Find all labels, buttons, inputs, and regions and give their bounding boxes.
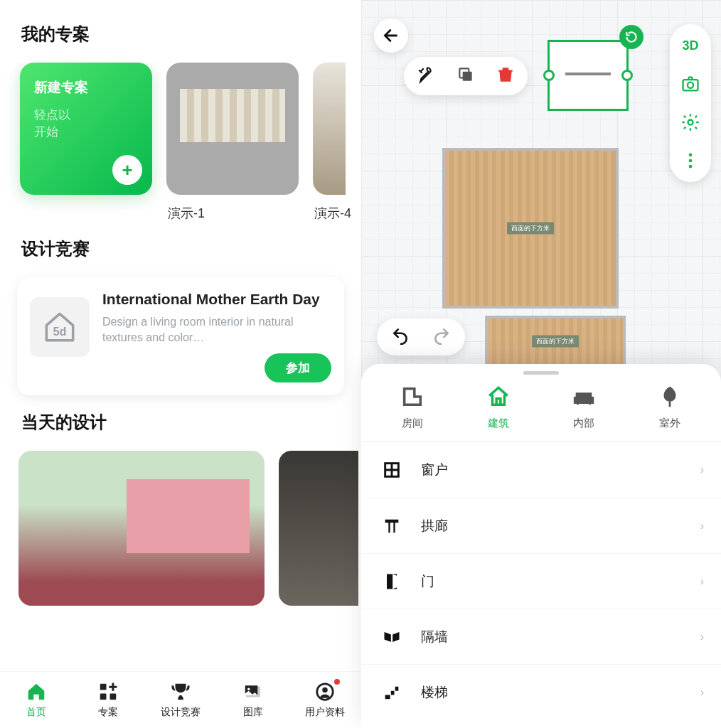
view-mode-button[interactable]: 3D [679,34,702,57]
svg-point-14 [689,165,693,168]
tab-contest[interactable]: 设计竞赛 [144,672,217,728]
room-object[interactable]: 西面的下方米 [445,151,616,306]
category-label: 房间 [402,417,423,430]
duplicate-button[interactable] [456,65,475,87]
profile-icon [314,681,336,705]
daily-design-card[interactable] [279,451,358,606]
contest-title: International Mother Earth Day [102,290,331,309]
delete-button[interactable] [496,65,515,87]
chevron-right-icon: › [700,520,704,532]
tab-label: 设计竞赛 [161,706,201,719]
undo-redo-toolbar [377,318,465,355]
category-tab-interior[interactable]: 内部 [541,385,627,441]
contest-card[interactable]: 5d International Mother Earth Day Design… [17,277,344,395]
svg-point-4 [247,688,250,691]
catalog-item-list: 窗户 › 拱廊 › 门 › 隔墙 › 楼梯 › [361,441,721,719]
project-card[interactable]: 演示-4 [313,63,346,222]
window-icon [378,460,405,480]
catalog-sheet[interactable]: 房间 建筑 内部 室外 窗户 › 拱廊 [361,364,721,728]
tab-home[interactable]: 首页 [0,672,73,728]
svg-point-11 [688,120,693,125]
partition-icon [378,627,405,647]
item-label: 拱廊 [421,517,700,535]
catalog-item-stairs[interactable]: 楼梯 › [361,664,721,719]
more-vertical-icon [680,151,700,171]
project-thumbnail [313,63,346,195]
svg-text:5d: 5d [53,325,66,338]
daily-designs-row[interactable] [0,451,361,606]
project-card[interactable]: 演示-1 [166,63,299,222]
category-label: 内部 [573,417,594,430]
section-my-projects-title: 我的专案 [0,0,361,63]
chevron-right-icon: › [700,631,704,643]
back-button[interactable] [374,18,408,53]
svg-point-10 [688,82,693,88]
rotate-handle[interactable] [619,25,643,49]
category-tab-building[interactable]: 建筑 [456,385,542,441]
category-tab-outdoor[interactable]: 室外 [627,385,713,441]
daily-design-card[interactable] [18,451,265,606]
editor-screen: 西面的下方米 西面的下方米 3D [361,0,721,728]
room-object[interactable]: 西面的下方米 [488,318,623,364]
grid-plus-icon [97,681,119,705]
contest-app-icon: 5d [30,297,90,357]
undo-button[interactable] [391,326,410,348]
resize-handle-right[interactable] [621,70,633,81]
sofa-icon [572,385,596,411]
item-label: 隔墙 [421,628,700,646]
rotate-icon [624,30,639,44]
new-project-card[interactable]: 新建专案 轻点以 开始 + [20,63,152,195]
chevron-right-icon: › [700,464,704,476]
home-screen: 我的专案 新建专案 轻点以 开始 + 演示-1 演示-4 设计竞赛 5d In [0,0,361,728]
project-name: 演示-1 [166,205,299,222]
catalog-item-window[interactable]: 窗户 › [361,442,721,498]
arch-icon [378,516,405,536]
selected-object[interactable] [548,40,629,111]
tab-label: 专案 [98,706,118,719]
tab-projects[interactable]: 专案 [73,672,145,728]
plus-icon[interactable]: + [112,155,142,185]
tab-label: 图库 [243,706,263,719]
join-contest-button[interactable]: 参加 [265,353,331,382]
tree-icon [658,385,682,411]
copy-icon [456,65,475,84]
door-icon [378,572,405,592]
redo-button[interactable] [432,326,451,348]
catalog-item-arch[interactable]: 拱廊 › [361,498,721,553]
tab-profile[interactable]: 用户资料 [289,672,361,728]
contest-description: Design a living room interior in natural… [102,314,331,345]
edit-tool-button[interactable] [417,65,435,87]
tab-gallery[interactable]: 图库 [217,672,289,728]
room-label: 西面的下方米 [507,223,554,235]
stairs-icon [378,682,405,702]
new-project-subtitle: 轻点以 开始 [34,107,138,141]
project-thumbnail [166,63,299,195]
gallery-icon [242,681,264,705]
svg-point-16 [393,580,395,582]
tab-label: 首页 [26,706,46,719]
sheet-grabber[interactable] [523,371,559,375]
category-tab-room[interactable]: 房间 [370,385,456,441]
room-shape-icon [400,385,424,411]
snapshot-button[interactable] [679,73,702,95]
chevron-right-icon: › [700,686,704,699]
category-label: 建筑 [488,417,509,430]
catalog-item-partition[interactable]: 隔墙 › [361,609,721,664]
project-name: 演示-4 [313,205,346,222]
camera-icon [680,74,700,94]
home-icon [26,681,47,705]
arrow-left-icon [382,26,400,45]
room-label: 西面的下方米 [532,336,579,348]
svg-rect-9 [683,80,698,90]
item-label: 楼梯 [421,683,700,702]
side-toolbar: 3D [670,24,711,182]
projects-row[interactable]: 新建专案 轻点以 开始 + 演示-1 演示-4 [0,63,361,222]
catalog-item-door[interactable]: 门 › [361,553,721,609]
chevron-right-icon: › [700,575,704,588]
tools-icon [417,65,435,84]
more-button[interactable] [679,149,702,172]
notification-badge [333,678,341,686]
resize-handle-left[interactable] [543,70,555,81]
svg-rect-1 [100,684,107,690]
settings-button[interactable] [679,111,702,134]
